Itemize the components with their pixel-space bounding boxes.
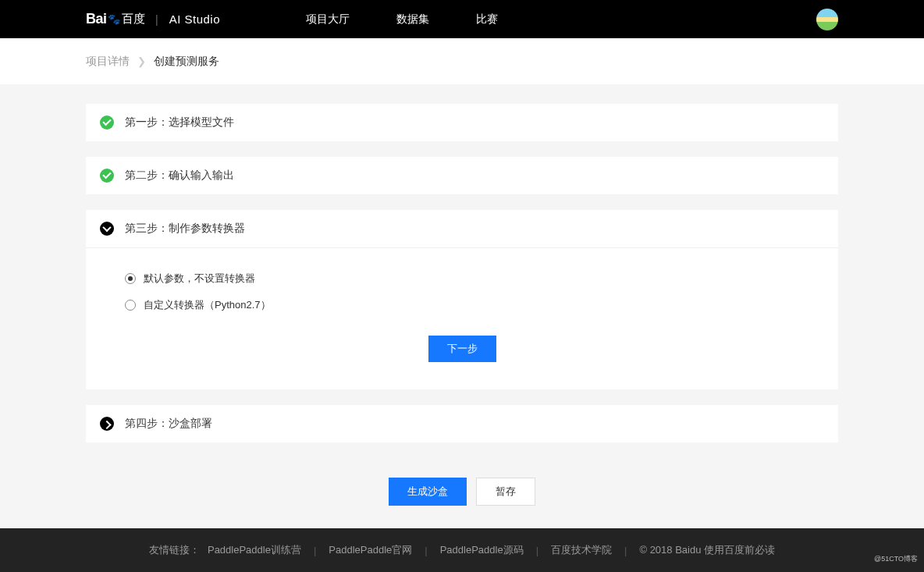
logo-studio-text: AI Studio bbox=[169, 12, 220, 26]
footer-sep: | bbox=[425, 545, 427, 556]
breadcrumb: 项目详情 ❯ 创建预测服务 bbox=[0, 38, 924, 84]
radio-option-custom[interactable]: 自定义转换器（Python2.7） bbox=[125, 298, 799, 312]
step-title-4: 第四步：沙盒部署 bbox=[125, 417, 212, 431]
radio-label-custom: 自定义转换器（Python2.7） bbox=[144, 298, 271, 312]
generate-sandbox-button[interactable]: 生成沙盒 bbox=[389, 478, 467, 506]
footer-sep: | bbox=[624, 545, 627, 556]
baidu-logo-icon: Bai🐾百度 bbox=[86, 11, 144, 27]
logo-separator: | bbox=[155, 13, 158, 26]
step-head-4[interactable]: 第四步：沙盒部署 bbox=[86, 405, 838, 442]
step-head-1[interactable]: 第一步：选择模型文件 bbox=[86, 104, 838, 141]
step-head-2[interactable]: 第二步：确认输入输出 bbox=[86, 157, 838, 194]
top-header: Bai🐾百度 | AI Studio 项目大厅 数据集 比赛 bbox=[0, 0, 924, 38]
save-draft-button[interactable]: 暂存 bbox=[476, 478, 535, 506]
breadcrumb-current: 创建预测服务 bbox=[154, 55, 219, 69]
footer-copyright: © 2018 Baidu 使用百度前必读 bbox=[639, 543, 775, 557]
footer-link-source[interactable]: PaddlePaddle源码 bbox=[440, 543, 524, 557]
page-actions: 生成沙盒 暂存 bbox=[86, 478, 838, 506]
footer-link-academy[interactable]: 百度技术学院 bbox=[551, 543, 612, 557]
footer: 友情链接： PaddlePaddle训练营 | PaddlePaddle官网 |… bbox=[0, 528, 924, 572]
footer-link-official[interactable]: PaddlePaddle官网 bbox=[329, 543, 412, 557]
top-nav: 项目大厅 数据集 比赛 bbox=[306, 12, 498, 27]
breadcrumb-parent[interactable]: 项目详情 bbox=[86, 55, 130, 69]
logo[interactable]: Bai🐾百度 | AI Studio bbox=[86, 11, 220, 27]
watermark: @51CTO博客 bbox=[874, 554, 918, 564]
step-card-1: 第一步：选择模型文件 bbox=[86, 104, 838, 141]
footer-label: 友情链接： bbox=[149, 543, 200, 557]
avatar[interactable] bbox=[816, 9, 838, 30]
chevron-right-icon: ❯ bbox=[137, 55, 146, 67]
step-body-3: 默认参数，不设置转换器 自定义转换器（Python2.7） 下一步 bbox=[86, 247, 838, 389]
main-content: 第一步：选择模型文件 第二步：确认输入输出 第三步：制作参数转换器 默认参数，不… bbox=[0, 84, 924, 506]
next-step-button[interactable]: 下一步 bbox=[428, 336, 496, 362]
chevron-down-icon bbox=[100, 222, 114, 236]
radio-icon bbox=[125, 273, 136, 284]
footer-sep: | bbox=[314, 545, 316, 556]
step-title-3: 第三步：制作参数转换器 bbox=[125, 222, 245, 236]
step-card-3: 第三步：制作参数转换器 默认参数，不设置转换器 自定义转换器（Python2.7… bbox=[86, 210, 838, 389]
chevron-right-icon bbox=[100, 417, 114, 431]
step-button-row: 下一步 bbox=[125, 336, 799, 362]
check-circle-icon bbox=[100, 115, 114, 130]
check-circle-icon bbox=[100, 169, 114, 183]
footer-link-training[interactable]: PaddlePaddle训练营 bbox=[208, 543, 301, 557]
step-title-2: 第二步：确认输入输出 bbox=[125, 169, 234, 183]
nav-datasets[interactable]: 数据集 bbox=[396, 12, 429, 27]
nav-projects[interactable]: 项目大厅 bbox=[306, 12, 350, 27]
footer-sep: | bbox=[536, 545, 538, 556]
step-card-2: 第二步：确认输入输出 bbox=[86, 157, 838, 194]
radio-icon bbox=[125, 300, 136, 311]
step-title-1: 第一步：选择模型文件 bbox=[125, 115, 234, 130]
radio-option-default[interactable]: 默认参数，不设置转换器 bbox=[125, 272, 799, 286]
nav-competitions[interactable]: 比赛 bbox=[476, 12, 498, 27]
step-card-4: 第四步：沙盒部署 bbox=[86, 405, 838, 442]
step-head-3[interactable]: 第三步：制作参数转换器 bbox=[86, 210, 838, 247]
radio-label-default: 默认参数，不设置转换器 bbox=[144, 272, 255, 286]
